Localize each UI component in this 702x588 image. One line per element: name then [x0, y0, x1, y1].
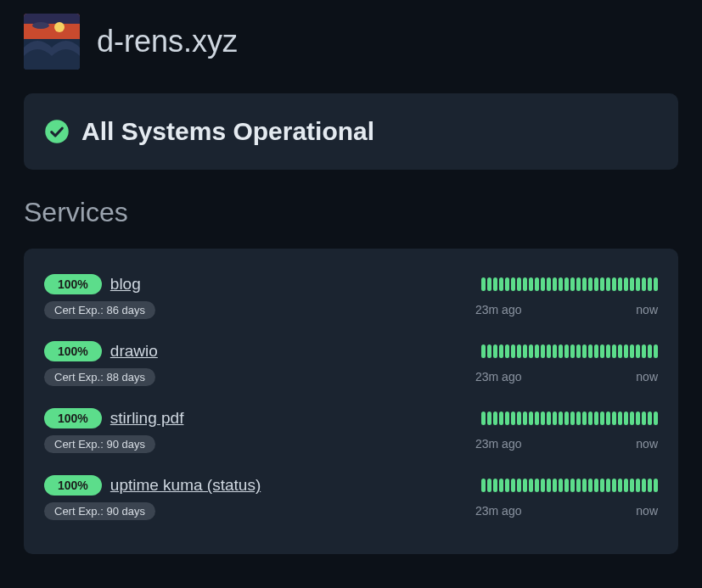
time-range: 23m ago now [475, 504, 658, 518]
service-row: 100% blog Cert Exp.: 86 days 23m ago now [44, 266, 658, 333]
service-row: 100% drawio Cert Exp.: 88 days 23m ago n… [44, 333, 658, 400]
cert-badge: Cert Exp.: 86 days [44, 301, 155, 319]
uptime-badge: 100% [44, 408, 102, 428]
time-from: 23m ago [475, 303, 521, 316]
site-logo [24, 14, 80, 70]
time-from: 23m ago [475, 437, 521, 451]
time-range: 23m ago now [475, 370, 658, 384]
time-range: 23m ago now [475, 303, 658, 316]
uptime-badge: 100% [44, 341, 102, 361]
uptime-badge: 100% [44, 475, 102, 496]
svg-rect-2 [24, 14, 80, 24]
service-link-stirling-pdf[interactable]: stirling pdf [110, 409, 184, 428]
svg-point-5 [45, 120, 69, 143]
service-link-blog[interactable]: blog [110, 275, 141, 294]
time-to: now [636, 303, 658, 316]
time-to: now [636, 437, 658, 451]
cert-badge: Cert Exp.: 88 days [44, 368, 155, 386]
check-circle-icon [44, 119, 70, 144]
svg-point-3 [54, 22, 65, 32]
cert-badge: Cert Exp.: 90 days [44, 435, 155, 453]
heartbeat-bar [481, 344, 658, 358]
status-banner: All Systems Operational [24, 93, 678, 170]
time-to: now [636, 370, 658, 384]
svg-point-4 [32, 22, 49, 29]
services-heading: Services [0, 187, 702, 242]
site-title: d-rens.xyz [97, 24, 238, 59]
cert-badge: Cert Exp.: 90 days [44, 502, 155, 520]
time-range: 23m ago now [475, 437, 658, 451]
heartbeat-bar [481, 277, 658, 291]
status-banner-text: All Systems Operational [81, 117, 374, 146]
service-link-drawio[interactable]: drawio [110, 342, 158, 361]
time-from: 23m ago [475, 504, 521, 518]
page-header: d-rens.xyz [0, 0, 702, 83]
time-from: 23m ago [475, 370, 521, 384]
heartbeat-bar [481, 412, 658, 425]
uptime-badge: 100% [44, 274, 102, 294]
time-to: now [636, 504, 658, 518]
service-link-uptime-kuma[interactable]: uptime kuma (status) [110, 476, 261, 495]
heartbeat-bar [481, 479, 658, 492]
service-row: 100% stirling pdf Cert Exp.: 90 days 23m… [44, 400, 658, 467]
service-row: 100% uptime kuma (status) Cert Exp.: 90 … [44, 467, 658, 534]
services-panel: 100% blog Cert Exp.: 86 days 23m ago now… [24, 249, 678, 554]
